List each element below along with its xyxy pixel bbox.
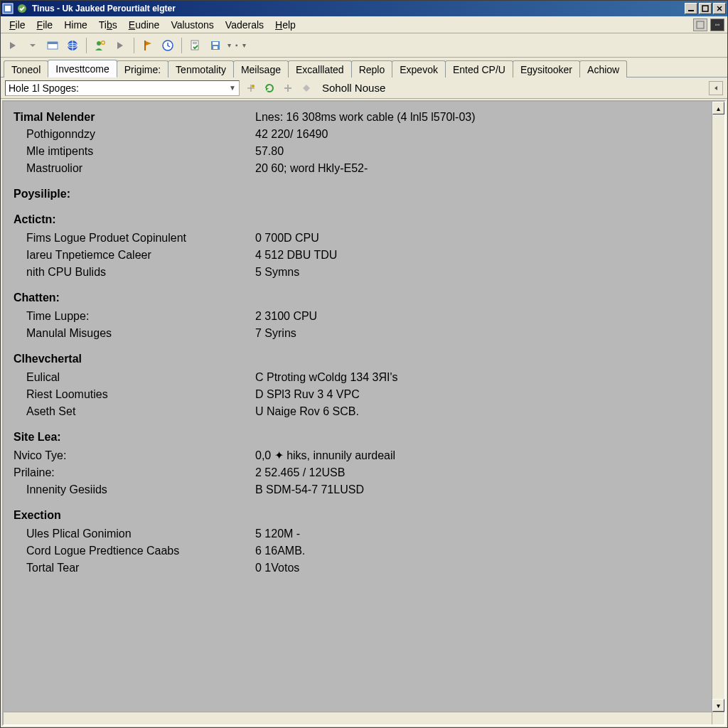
report-row: Nvico Tye:0,0 ✦ hiks, innunily aurdeail [14, 447, 712, 464]
play-2-button[interactable] [112, 38, 128, 53]
report-row: Cord Logue Predtience Caabs6 16AMB. [14, 542, 712, 560]
section-title: Actictn: [14, 211, 712, 228]
app-icon [2, 3, 14, 14]
svg-rect-7 [48, 42, 58, 44]
window-title: Tinus - Uk Jauked Perourtialt elgter [32, 4, 685, 14]
report-value: 2 3100 CPU [255, 308, 712, 325]
report-label: Time Luppe: [14, 308, 255, 325]
svg-rect-16 [193, 43, 197, 44]
filter-combo[interactable]: Hole 1l Spoges: ▼ [5, 80, 240, 96]
report-value: 0 700D CPU [255, 230, 712, 247]
user-add-button[interactable] [92, 38, 108, 53]
toolbar-dropdown-2[interactable]: ▪ [235, 41, 238, 49]
report-value: B SDM-54-7 71LUSD [255, 481, 712, 498]
diamond-icon[interactable] [299, 81, 314, 95]
document-check-button[interactable] [188, 38, 203, 53]
menu-file[interactable]: File [4, 18, 31, 32]
toolbar: ▾ ▪ ▾ [1, 33, 727, 58]
tab-tenmotality[interactable]: Tenmotality [168, 60, 234, 77]
menu-eudine[interactable]: Eudine [123, 18, 166, 32]
report-label: Cord Logue Predtience Caabs [14, 542, 255, 560]
globe-button[interactable] [65, 38, 80, 53]
report-body: Timal NelenderLnes: 16 308ms work cable … [4, 102, 724, 584]
tab-toneol[interactable]: Toneol [4, 60, 48, 77]
tab-replo[interactable]: Replo [351, 60, 393, 77]
tab-achiow[interactable]: Achiow [579, 60, 627, 77]
mini-tool-1[interactable] [244, 81, 258, 95]
menu-help[interactable]: Help [269, 18, 301, 32]
save-button[interactable] [208, 38, 223, 53]
chevron-down-icon: ▼ [229, 84, 236, 92]
svg-rect-15 [193, 42, 197, 43]
tab-ented-cp-u[interactable]: Ented CP/U [445, 60, 513, 77]
flag-button[interactable] [140, 38, 156, 53]
app-window: Tinus - Uk Jauked Perourtialt elgter Fil… [0, 0, 728, 728]
section-title: Exection [14, 507, 712, 524]
report-row: Mastruolior20 60; word Hkly-E52- [14, 160, 712, 177]
titlebar: Tinus - Uk Jauked Perourtialt elgter [1, 1, 727, 16]
collapse-panel-button[interactable] [709, 81, 723, 95]
menu-file[interactable]: File [31, 18, 59, 32]
report-value: 6 16AMB. [255, 542, 712, 560]
filter-bar: Hole 1l Spoges: ▼ Soholl Nouse [1, 77, 727, 99]
mini-tool-3[interactable] [281, 81, 295, 95]
report-label: Eulical [14, 369, 255, 386]
report-label: Iareu Tnpetiemce Caleer [14, 247, 255, 264]
window-controls [685, 3, 726, 14]
menu-hime[interactable]: Hime [58, 18, 93, 32]
report-label: Mastruolior [14, 160, 255, 177]
horizontal-scrollbar[interactable] [4, 712, 712, 724]
svg-rect-4 [702, 6, 708, 11]
report-value: 7 Syrins [255, 325, 712, 342]
report-value: 5 120M - [255, 525, 712, 542]
maximize-button[interactable] [699, 3, 712, 14]
report-label: Tortal Tear [14, 560, 255, 577]
report-row: EulicalC Ptroting wColdg 134 3ЯI's [14, 369, 712, 386]
svg-rect-19 [213, 46, 218, 49]
vertical-scrollbar[interactable]: ▴ ▾ [712, 102, 724, 712]
toolbar-dropdown-1[interactable]: ▾ [228, 41, 231, 49]
app-secondary-icon [16, 3, 28, 14]
report-label: Riest Loomuties [14, 386, 255, 403]
report-value: U Naige Rov 6 SCB. [255, 403, 712, 420]
report-label: Timal Nelender [14, 109, 255, 126]
svg-rect-3 [688, 10, 694, 11]
menu-tibs[interactable]: Tibs [93, 18, 123, 32]
report-label: Prilaine: [14, 464, 255, 481]
toolbar-dropdown-3[interactable]: ▾ [242, 41, 246, 49]
svg-point-20 [252, 85, 255, 87]
clock-button[interactable] [160, 38, 176, 53]
refresh-icon[interactable] [262, 81, 277, 95]
tab-investtcome[interactable]: Investtcome [48, 60, 117, 77]
tab-egysitooker[interactable]: Egysitooker [513, 60, 580, 77]
report-row: Tortal Tear0 1Votos [14, 560, 712, 577]
report-panel: Timal NelenderLnes: 16 308ms work cable … [2, 100, 726, 726]
play-button[interactable] [5, 38, 21, 53]
dropdown-arrow-button[interactable] [25, 38, 41, 53]
scroll-up-button[interactable]: ▴ [712, 102, 724, 114]
report-value: 0 1Votos [255, 560, 712, 577]
report-value: 20 60; word Hkly-E52- [255, 160, 712, 177]
menubar-tool-icon-2[interactable]: ◦◦ [710, 18, 724, 31]
tab-meilsage[interactable]: Meilsage [233, 60, 289, 77]
report-row: Mle imtipents57.80 [14, 143, 712, 160]
tab-prigime-[interactable]: Prigime: [117, 60, 168, 77]
report-value: 5 Symns [255, 264, 712, 281]
report-row: Pothigonndzy42 220/ 16490 [14, 126, 712, 143]
minimize-button[interactable] [685, 3, 697, 14]
menu-valustons[interactable]: Valustons [165, 18, 219, 32]
report-row: Manulal Misuges7 Syrins [14, 325, 712, 342]
menubar-tool-icon-1[interactable] [693, 18, 707, 31]
section-title: Clhevchertal [14, 350, 712, 368]
scroll-down-button[interactable]: ▾ [712, 699, 724, 712]
scrollbar-corner [712, 712, 724, 724]
window-icon-button[interactable] [45, 38, 60, 53]
report-value: Lnes: 16 308ms work cable (4 lnl5 l570l-… [255, 109, 712, 126]
section-title: Site Lea: [14, 429, 712, 446]
close-button[interactable] [713, 3, 726, 14]
tab-excalllated[interactable]: Excalllated [288, 60, 352, 77]
menu-vaderals[interactable]: Vaderals [220, 18, 269, 32]
report-value: C Ptroting wColdg 134 3ЯI's [255, 369, 712, 386]
tab-expevok[interactable]: Expevok [392, 60, 446, 77]
menubar: FileFileHimeTibsEudineValustonsVaderalsH… [1, 16, 727, 33]
